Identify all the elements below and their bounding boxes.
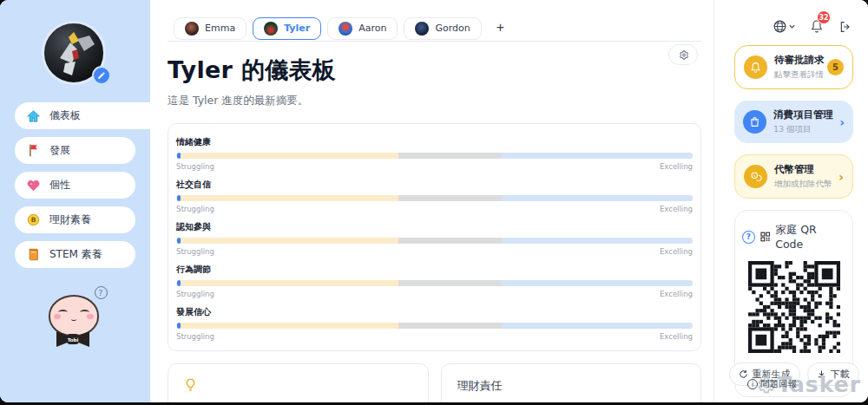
metric-marker	[177, 195, 181, 201]
lightbulb-icon	[184, 378, 197, 392]
sidebar-item-label: 發展	[49, 143, 70, 158]
rightbar-footer: i 問題回報 Tasker	[714, 397, 868, 402]
card-title: 待審批請求	[774, 54, 820, 67]
card-subtitle: 增加或扣除代幣	[774, 179, 832, 190]
scale-high-label: Excelling	[660, 332, 693, 341]
notification-count-badge: 32	[817, 10, 831, 24]
metric-cognitive-engagement: 認知參與 StrugglingExcelling	[176, 221, 693, 256]
tab-label: Aaron	[358, 23, 386, 34]
bottom-cards-row: 本週教練提示 歡迎使用 AI 教練系統 目前還沒有足夠的數據來生成個性化建議。請…	[168, 363, 701, 402]
scale-low-label: Struggling	[176, 205, 214, 213]
dashboard-settings-button[interactable]	[668, 44, 698, 65]
coin-icon: B	[26, 213, 40, 227]
sidebar-item-dashboard[interactable]: 儀表板	[15, 102, 150, 129]
metric-bar	[176, 238, 693, 244]
token-management-card[interactable]: $ 代幣管理 增加或扣除代幣 ›	[734, 154, 853, 199]
metric-developmental-confidence: 發展信心 StrugglingExcelling	[176, 306, 693, 341]
top-icons-row: 32	[714, 0, 868, 34]
sidebar-item-label: STEM 素養	[49, 247, 102, 262]
logout-button[interactable]	[838, 20, 852, 34]
pencil-icon	[97, 71, 106, 80]
page-title: Tyler 的儀表板	[168, 55, 701, 86]
sidebar-item-label: 儀表板	[49, 108, 81, 123]
sidebar-nav: 儀表板 發展 個性 B 理財素養	[0, 102, 150, 276]
tab-label: Tyler	[284, 23, 310, 34]
metric-marker	[177, 323, 181, 329]
tab-emma[interactable]: Emma	[174, 17, 247, 40]
metric-label: 情緒健康	[176, 136, 693, 148]
coach-tip-title: 本週教練提示	[184, 402, 412, 402]
tab-aaron[interactable]: Aaron	[327, 17, 398, 40]
qr-card-title: 家庭 QR Code	[775, 223, 845, 251]
metric-bar	[176, 280, 693, 286]
tab-gordon[interactable]: Gordon	[404, 17, 481, 40]
financial-card-title: 理財責任	[457, 378, 686, 394]
app-window: 儀表板 發展 個性 B 理財素養	[0, 0, 868, 402]
chevron-right-icon: ›	[839, 115, 845, 129]
metric-social-confidence: 社交自信 StrugglingExcelling	[176, 179, 693, 213]
metric-bar	[176, 323, 693, 329]
metric-behavioral-regulation: 行為調節 StrugglingExcelling	[176, 264, 693, 298]
report-issue-button[interactable]: i 問題回報	[747, 378, 797, 390]
report-issue-label: 問題回報	[760, 378, 797, 390]
tyler-avatar	[264, 22, 278, 36]
metric-marker	[177, 280, 181, 286]
coach-tip-card: 本週教練提示 歡迎使用 AI 教練系統 目前還沒有足夠的數據來生成個性化建議。請…	[168, 363, 429, 402]
metric-label: 認知參與	[176, 221, 693, 233]
tab-tyler[interactable]: Tyler	[253, 17, 321, 40]
info-icon: i	[747, 379, 758, 389]
chevron-right-icon: ›	[838, 170, 844, 184]
metric-marker	[177, 238, 181, 244]
svg-text:Tobi: Tobi	[67, 337, 78, 343]
metric-label: 行為調節	[176, 264, 693, 276]
bell-circle-icon	[744, 56, 767, 79]
sidebar-item-development[interactable]: 發展	[15, 137, 135, 164]
spending-items-card[interactable]: 消費項目管理 13 個項目 ›	[734, 101, 853, 143]
family-qr-code-image	[748, 261, 840, 353]
house-icon	[26, 109, 40, 123]
sidebar-item-personality[interactable]: 個性	[15, 172, 135, 199]
gordon-avatar	[415, 22, 429, 36]
scale-low-label: Struggling	[176, 247, 214, 256]
left-sidebar: 儀表板 發展 個性 B 理財素養	[0, 0, 150, 402]
scale-low-label: Struggling	[176, 332, 214, 341]
flag-icon	[26, 144, 40, 158]
notifications-button[interactable]: 32	[810, 19, 824, 34]
chevron-down-icon	[789, 23, 795, 29]
scale-high-label: Excelling	[660, 247, 693, 256]
edit-avatar-button[interactable]	[92, 66, 111, 85]
svg-text:$: $	[753, 173, 755, 178]
child-tabs: Emma Tyler Aaron Gordon +	[168, 14, 701, 42]
add-child-tab-button[interactable]: +	[488, 20, 513, 36]
sidebar-item-financial-literacy[interactable]: B 理財素養	[15, 206, 135, 233]
card-title: 消費項目管理	[773, 108, 832, 121]
sidebar-item-stem[interactable]: STEM 素養	[15, 241, 135, 268]
scale-high-label: Excelling	[660, 205, 693, 213]
progress-metrics-card: 情緒健康 StrugglingExcelling 社交自信 Struggling…	[168, 123, 701, 351]
metric-bar	[176, 153, 693, 159]
pending-approvals-card[interactable]: 待審批請求 點擊查看詳情 5	[734, 45, 853, 89]
metric-label: 社交自信	[176, 179, 693, 191]
page-subtitle: 這是 Tyler 進度的最新摘要。	[168, 94, 701, 108]
mascot-help-icon[interactable]: ?	[95, 286, 108, 299]
logout-icon	[838, 20, 852, 34]
metric-emotional-health: 情緒健康 StrugglingExcelling	[176, 136, 693, 171]
shopping-bag-circle-icon	[743, 110, 766, 134]
svg-text:B: B	[30, 216, 36, 224]
card-subtitle: 點擊查看詳情	[774, 69, 820, 81]
pending-count-badge: 5	[827, 59, 844, 75]
heart-icon	[26, 179, 40, 193]
family-qr-card: ? 家庭 QR Code 重新	[734, 210, 853, 397]
metric-bar	[176, 195, 693, 201]
card-subtitle: 13 個項目	[773, 124, 832, 135]
mascot-tobi: Tobi ?	[45, 290, 106, 342]
sidebar-item-label: 個性	[49, 178, 70, 193]
scale-high-label: Excelling	[660, 290, 693, 298]
right-sidebar: 32 待審批請求 點擊查看詳情 5	[713, 0, 868, 402]
book-icon	[26, 248, 40, 262]
language-globe-button[interactable]	[773, 19, 795, 34]
bow-tie: Tobi	[51, 330, 95, 349]
scale-low-label: Struggling	[176, 290, 214, 298]
qr-help-icon[interactable]: ?	[742, 231, 755, 244]
emma-avatar	[185, 22, 199, 36]
